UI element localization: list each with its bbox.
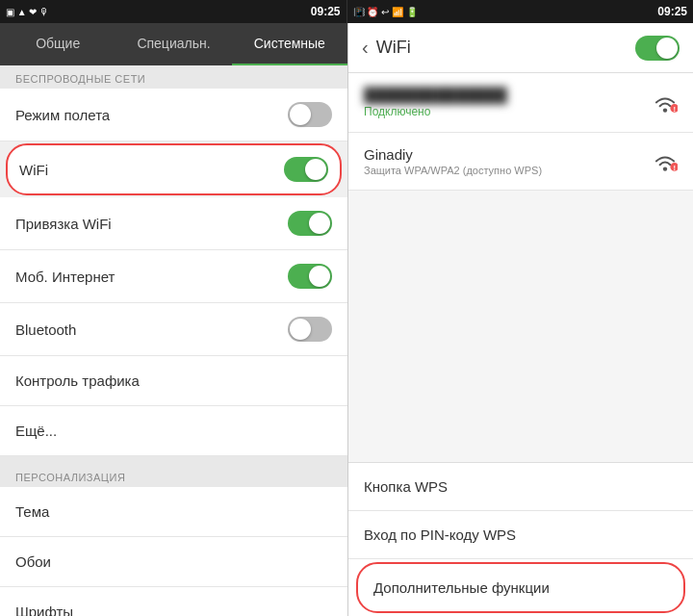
network-list-spacer xyxy=(348,191,693,229)
back-arrow-icon[interactable]: ‹ xyxy=(362,37,369,59)
network-name-connected: ██████████████ xyxy=(364,87,653,103)
mobile-data-label: Моб. Интернет xyxy=(15,269,115,285)
settings-item-wifi-tether[interactable]: Привязка WiFi xyxy=(0,197,347,250)
mobile-data-knob xyxy=(309,266,330,287)
bottom-menu: Кнопка WPS Вход по PIN-коду WPS Дополнит… xyxy=(348,462,693,616)
right-panel: ‹ WiFi ██████████████ Подключено xyxy=(348,23,693,616)
section-header-personalization: ПЕРСОНАЛИЗАЦИЯ xyxy=(0,464,347,487)
network-info-ginadiy: Ginadiy Защита WPA/WPA2 (доступно WPS) xyxy=(364,146,653,176)
bluetooth-knob xyxy=(290,319,311,340)
settings-item-wifi[interactable]: WiFi xyxy=(6,143,342,195)
wifi-tether-knob xyxy=(309,213,330,234)
settings-item-mobile-data[interactable]: Моб. Интернет xyxy=(0,250,347,303)
notification-icons: ▣ ▲ ❤ 🎙 xyxy=(6,7,49,17)
wifi-toggle-knob xyxy=(305,159,326,180)
wifi-tether-toggle[interactable] xyxy=(288,211,332,236)
settings-item-theme[interactable]: Тема xyxy=(0,487,347,537)
bluetooth-label: Bluetooth xyxy=(15,321,76,338)
wifi-item-wrapper: WiFi xyxy=(0,141,347,197)
network-info-connected: ██████████████ Подключено xyxy=(364,87,653,118)
right-status-icons: 📳 ⏰ ↩ 📶 🔋 xyxy=(353,7,418,17)
svg-text:!: ! xyxy=(673,105,676,113)
more-label: Ещё... xyxy=(15,423,57,439)
network-status-connected: Подключено xyxy=(364,105,653,118)
status-bar-left: ▣ ▲ ❤ 🎙 09:25 xyxy=(0,0,347,23)
additional-functions-label: Дополнительные функции xyxy=(373,579,550,596)
network-item-ginadiy[interactable]: Ginadiy Защита WPA/WPA2 (доступно WPS) ! xyxy=(348,133,693,191)
settings-item-traffic[interactable]: Контроль трафика xyxy=(0,356,347,406)
settings-item-fonts[interactable]: Шрифты xyxy=(0,587,347,616)
airplane-label: Режим полета xyxy=(15,107,110,123)
divider-1 xyxy=(0,456,347,464)
menu-item-additional[interactable]: Дополнительные функции xyxy=(356,562,685,613)
left-status-icons: ▣ ▲ ❤ 🎙 xyxy=(6,7,49,17)
theme-label: Тема xyxy=(15,503,49,520)
main-content: Общие Специальн. Системные БЕСПРОВОДНЫЕ … xyxy=(0,23,693,616)
svg-point-3 xyxy=(663,167,667,170)
mobile-data-toggle[interactable] xyxy=(288,264,332,289)
status-bar-right: 📳 ⏰ ↩ 📶 🔋 09:25 xyxy=(347,0,694,23)
wifi-header: ‹ WiFi xyxy=(348,23,693,73)
svg-text:!: ! xyxy=(673,164,676,171)
settings-item-more[interactable]: Ещё... xyxy=(0,406,347,456)
tab-obshchie[interactable]: Общие xyxy=(0,23,116,65)
wifi-main-toggle[interactable] xyxy=(635,36,680,61)
wifi-main-toggle-knob xyxy=(656,38,678,59)
menu-item-wps-button[interactable]: Кнопка WPS xyxy=(348,463,693,511)
menu-item-wps-pin[interactable]: Вход по PIN-коду WPS xyxy=(348,511,693,559)
airplane-toggle-knob xyxy=(290,104,311,125)
wifi-signal-icon-ginadiy: ! xyxy=(653,152,678,171)
wifi-signal-icon-connected: ! xyxy=(653,93,678,113)
wps-pin-label: Вход по PIN-коду WPS xyxy=(364,526,516,543)
network-item-connected[interactable]: ██████████████ Подключено ! xyxy=(348,73,693,133)
tab-spetsialny[interactable]: Специальн. xyxy=(116,23,231,65)
settings-item-bluetooth[interactable]: Bluetooth xyxy=(0,303,347,356)
settings-item-airplane[interactable]: Режим полета xyxy=(0,89,347,141)
status-bars: ▣ ▲ ❤ 🎙 09:25 📳 ⏰ ↩ 📶 🔋 09:25 xyxy=(0,0,693,23)
network-list[interactable]: ██████████████ Подключено ! Ginadiy Защи… xyxy=(348,73,693,462)
wifi-label: WiFi xyxy=(19,162,48,178)
traffic-label: Контроль трафика xyxy=(15,372,140,389)
section-header-wireless: БЕСПРОВОДНЫЕ СЕТИ xyxy=(0,65,347,89)
tab-bar: Общие Специальн. Системные xyxy=(0,23,347,65)
time-right: 09:25 xyxy=(657,5,687,18)
wps-button-label: Кнопка WPS xyxy=(364,478,448,495)
left-panel: Общие Специальн. Системные БЕСПРОВОДНЫЕ … xyxy=(0,23,348,616)
svg-point-0 xyxy=(663,108,667,112)
airplane-toggle[interactable] xyxy=(288,102,332,127)
network-name-ginadiy: Ginadiy xyxy=(364,146,653,163)
time-left: 09:25 xyxy=(311,5,341,18)
left-scroll[interactable]: БЕСПРОВОДНЫЕ СЕТИ Режим полета WiFi xyxy=(0,65,347,616)
wifi-header-left: ‹ WiFi xyxy=(362,37,411,59)
wifi-toggle[interactable] xyxy=(284,157,328,182)
additional-functions-wrapper: Дополнительные функции xyxy=(348,559,693,616)
tab-sistemnye[interactable]: Системные xyxy=(232,23,347,65)
wifi-tether-label: Привязка WiFi xyxy=(15,216,112,232)
wallpaper-label: Обои xyxy=(15,553,51,570)
wifi-page-title: WiFi xyxy=(376,38,411,58)
network-security-ginadiy: Защита WPA/WPA2 (доступно WPS) xyxy=(364,165,653,176)
system-icons: 📳 ⏰ ↩ 📶 🔋 xyxy=(353,7,418,17)
fonts-label: Шрифты xyxy=(15,603,73,616)
settings-item-wallpaper[interactable]: Обои xyxy=(0,537,347,587)
bluetooth-toggle[interactable] xyxy=(288,317,332,342)
